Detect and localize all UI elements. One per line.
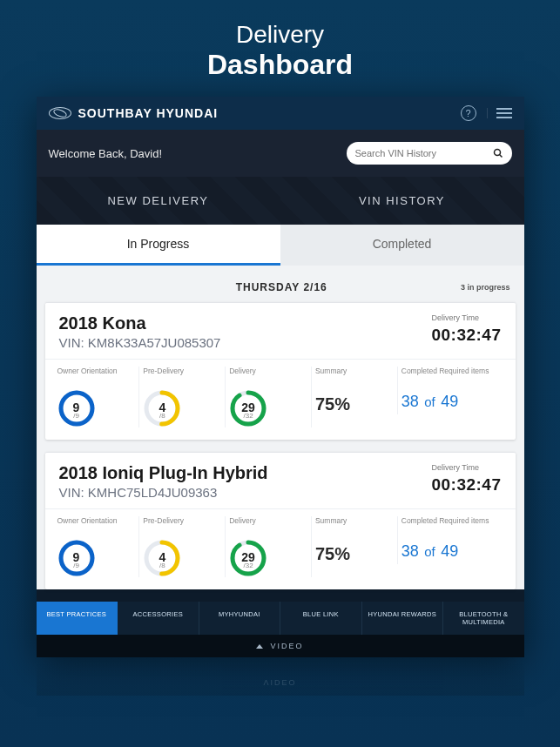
card-header: 2018 Kona VIN: KM8K33A57JU085307 Deliver… [45, 303, 516, 360]
metric-summary: Summary 75% [312, 516, 398, 564]
metric-owner: Owner Orientation 9/9 [54, 516, 140, 577]
bottom-nav: BEST PRACTICES ACCESSORIES MYHYUNDAI BLU… [37, 602, 524, 635]
main-tabs: NEW DELIVERY VIN HISTORY [37, 177, 524, 225]
subtab-in-progress[interactable]: In Progress [37, 225, 280, 266]
metric-pre-delivery: Pre-Delivery 4/8 [139, 516, 226, 577]
chevron-up-icon [256, 644, 263, 649]
dealer-name: SOUTHBAY HYUNDAI [78, 106, 219, 120]
svg-line-1 [499, 155, 502, 158]
metric-label: Completed Required items [401, 516, 503, 534]
bnav-hyundai-rewards[interactable]: HYUNDAI REWARDS [362, 602, 444, 635]
promo-line2: Dashboard [0, 49, 560, 81]
metric-label: Owner Orientation [57, 516, 136, 534]
delivery-time-value: 00:32:47 [431, 475, 501, 495]
bnav-bluetooth-multimedia[interactable]: BLUETOOTH & MULTIMEDIA [443, 602, 524, 635]
promo-title: Delivery Dashboard [0, 0, 560, 97]
metric-label: Summary [315, 516, 394, 534]
promo-line1: Delivery [0, 21, 560, 49]
reflection-decor: VIDEO [37, 661, 524, 696]
vehicle-info: 2018 Kona VIN: KM8K33A57JU085307 [59, 313, 221, 350]
completed-value: 38 of 49 [401, 393, 503, 411]
vehicle-title: 2018 Kona [59, 313, 221, 333]
vehicle-vin: VIN: KM8K33A57JU085307 [59, 335, 221, 350]
metric-label: Delivery [229, 516, 307, 534]
app-frame: SOUTHBAY HYUNDAI ? Welcome Back, David! … [37, 97, 524, 657]
delivery-time: Delivery Time 00:32:47 [431, 463, 501, 500]
search-input-wrap[interactable] [347, 142, 512, 165]
delivery-card[interactable]: 2018 Ioniq Plug-In Hybrid VIN: KMHC75LD4… [45, 452, 516, 589]
hyundai-logo-icon [49, 107, 71, 119]
metric-owner: Owner Orientation 9/9 [54, 367, 140, 427]
metric-label: Pre-Delivery [143, 367, 221, 384]
video-label: VIDEO [270, 642, 303, 650]
delivery-time: Delivery Time 00:32:47 [431, 313, 501, 350]
search-icon [493, 148, 503, 158]
welcome-row: Welcome Back, David! [37, 130, 524, 177]
svg-point-0 [494, 150, 500, 156]
date-header: THURSDAY 2/16 3 in progress [45, 278, 516, 302]
metric-label: Pre-Delivery [143, 516, 221, 534]
card-metrics: Owner Orientation 9/9 Pre-Delivery 4/8 D… [45, 509, 516, 589]
gauge-delivery: 29/32 [229, 389, 267, 427]
content-area: THURSDAY 2/16 3 in progress 2018 Kona VI… [37, 266, 524, 589]
bnav-best-practices[interactable]: BEST PRACTICES [37, 602, 118, 635]
gauge-owner: 9/9 [57, 539, 96, 577]
bnav-blue-link[interactable]: BLUE LINK [280, 602, 362, 635]
card-header: 2018 Ioniq Plug-In Hybrid VIN: KMHC75LD4… [45, 453, 516, 509]
delivery-time-label: Delivery Time [431, 463, 501, 472]
tab-vin-history[interactable]: VIN HISTORY [280, 177, 524, 225]
top-actions: ? [461, 105, 512, 121]
bnav-myhyundai[interactable]: MYHYUNDAI [199, 602, 281, 635]
metric-label: Delivery [229, 367, 307, 384]
gauge-delivery: 29/32 [229, 539, 267, 577]
delivery-card[interactable]: 2018 Kona VIN: KM8K33A57JU085307 Deliver… [45, 302, 516, 440]
metric-completed: Completed Required items 38 of 49 [398, 367, 507, 411]
menu-icon[interactable] [487, 108, 512, 118]
metric-label: Completed Required items [401, 367, 503, 384]
completed-value: 38 of 49 [401, 542, 503, 561]
vehicle-vin: VIN: KMHC75LD4JU09363 [59, 485, 268, 500]
metric-delivery: Delivery 29/32 [226, 516, 312, 577]
search-input[interactable] [355, 148, 488, 158]
brand: SOUTHBAY HYUNDAI [49, 106, 219, 120]
metric-label: Owner Orientation [57, 367, 136, 384]
vehicle-info: 2018 Ioniq Plug-In Hybrid VIN: KMHC75LD4… [59, 463, 268, 500]
metric-summary: Summary 75% [312, 367, 398, 414]
delivery-time-value: 00:32:47 [431, 326, 501, 345]
video-toggle[interactable]: VIDEO [37, 635, 524, 657]
gauge-owner: 9/9 [57, 389, 96, 427]
summary-value: 75% [315, 544, 394, 564]
progress-count: 3 in progress [461, 283, 510, 292]
date-label: THURSDAY 2/16 [103, 281, 461, 293]
vehicle-title: 2018 Ioniq Plug-In Hybrid [59, 463, 268, 483]
top-bar: SOUTHBAY HYUNDAI ? [37, 97, 524, 130]
metric-pre-delivery: Pre-Delivery 4/8 [139, 367, 226, 427]
tab-new-delivery[interactable]: NEW DELIVERY [37, 177, 280, 225]
gauge-pre: 4/8 [143, 539, 181, 577]
gauge-pre: 4/8 [143, 389, 181, 427]
summary-value: 75% [315, 394, 394, 414]
sub-tabs: In Progress Completed [37, 225, 524, 266]
metric-completed: Completed Required items 38 of 49 [398, 516, 507, 561]
metric-label: Summary [315, 367, 394, 384]
welcome-text: Welcome Back, David! [49, 147, 163, 160]
card-metrics: Owner Orientation 9/9 Pre-Delivery 4/8 D… [45, 360, 516, 440]
help-icon[interactable]: ? [461, 105, 476, 121]
bnav-accessories[interactable]: ACCESSORIES [118, 602, 199, 635]
metric-delivery: Delivery 29/32 [226, 367, 312, 427]
delivery-time-label: Delivery Time [431, 313, 501, 322]
subtab-completed[interactable]: Completed [280, 225, 524, 266]
